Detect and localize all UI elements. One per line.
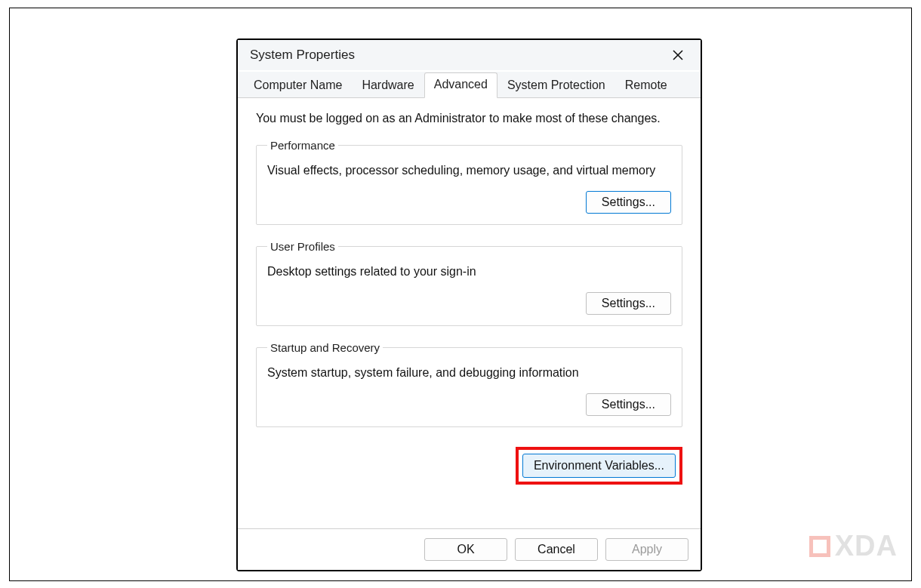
- xda-watermark: XDA: [809, 530, 898, 562]
- outer-frame: System Properties Computer Name Hardware…: [9, 8, 912, 581]
- xda-watermark-text: XDA: [835, 530, 898, 562]
- tab-computer-name[interactable]: Computer Name: [244, 73, 352, 98]
- highlight-annotation: Environment Variables...: [516, 447, 682, 485]
- tabstrip: Computer Name Hardware Advanced System P…: [238, 72, 701, 98]
- startup-recovery-section: Startup and Recovery System startup, sys…: [256, 341, 682, 427]
- apply-button[interactable]: Apply: [605, 538, 688, 561]
- user-profiles-section: User Profiles Desktop settings related t…: [256, 240, 682, 326]
- startup-recovery-title: Startup and Recovery: [267, 341, 383, 354]
- user-profiles-desc: Desktop settings related to your sign-in: [267, 265, 671, 279]
- env-variables-row: Environment Variables...: [256, 447, 682, 485]
- user-profiles-title: User Profiles: [267, 240, 338, 253]
- performance-section: Performance Visual effects, processor sc…: [256, 139, 682, 225]
- cancel-button[interactable]: Cancel: [515, 538, 598, 561]
- tab-hardware[interactable]: Hardware: [352, 73, 424, 98]
- xda-logo-icon: [809, 536, 830, 557]
- performance-settings-button[interactable]: Settings...: [586, 191, 671, 214]
- environment-variables-button[interactable]: Environment Variables...: [522, 454, 676, 478]
- system-properties-dialog: System Properties Computer Name Hardware…: [236, 38, 702, 571]
- performance-title: Performance: [267, 139, 338, 152]
- ok-button[interactable]: OK: [424, 538, 507, 561]
- dialog-footer: OK Cancel Apply: [238, 528, 701, 570]
- startup-recovery-settings-button[interactable]: Settings...: [586, 393, 671, 416]
- close-icon: [672, 49, 684, 61]
- startup-recovery-desc: System startup, system failure, and debu…: [267, 366, 671, 380]
- dialog-title: System Properties: [250, 48, 355, 63]
- advanced-tab-panel: You must be logged on as an Administrato…: [238, 98, 701, 528]
- admin-note: You must be logged on as an Administrato…: [256, 112, 682, 125]
- tab-advanced[interactable]: Advanced: [424, 72, 497, 98]
- titlebar: System Properties: [238, 40, 701, 70]
- tab-system-protection[interactable]: System Protection: [497, 73, 615, 98]
- user-profiles-settings-button[interactable]: Settings...: [586, 292, 671, 315]
- close-button[interactable]: [667, 48, 688, 63]
- performance-desc: Visual effects, processor scheduling, me…: [267, 164, 671, 177]
- tab-remote[interactable]: Remote: [615, 73, 677, 98]
